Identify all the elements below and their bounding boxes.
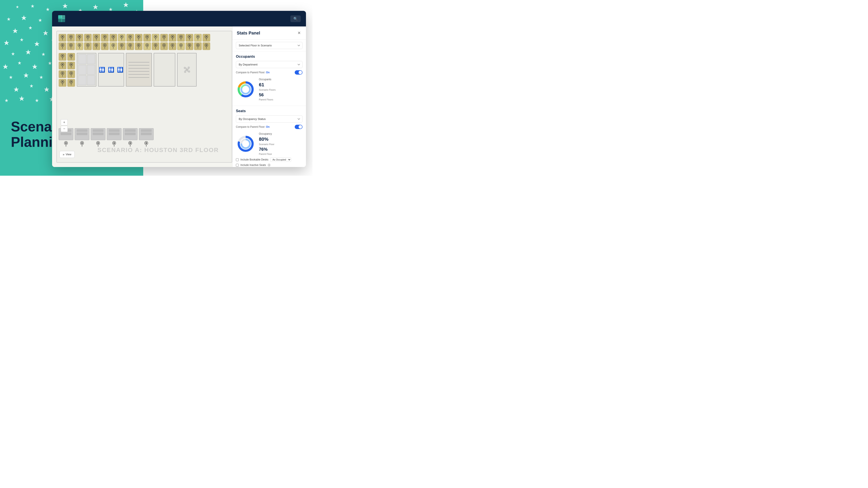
- desk-icon: [92, 34, 100, 42]
- occupants-label: Occupants: [259, 77, 276, 81]
- svg-point-42: [163, 36, 165, 37]
- desk-icon: [135, 42, 143, 50]
- desk-icon: [203, 34, 210, 42]
- desk-icon: [143, 42, 151, 50]
- svg-point-30: [129, 36, 131, 37]
- stats-panel: Stats Panel ✕ Selected Floor in Scenario…: [232, 27, 306, 167]
- desk-pin: [111, 140, 117, 147]
- svg-point-6: [62, 36, 63, 37]
- main-content: 🚻 🚻 🚻: [52, 27, 306, 167]
- fan-icon: [181, 64, 193, 76]
- bookable-desks-option-dropdown[interactable]: As Occupied: [270, 158, 291, 162]
- stats-panel-title: Stats Panel: [237, 31, 297, 36]
- desk-icon: [59, 79, 66, 87]
- svg-point-136: [186, 69, 188, 71]
- svg-point-142: [97, 142, 99, 144]
- scenario-count: 61 Scenario Floors: [259, 82, 276, 92]
- desk-icon: [135, 34, 143, 42]
- svg-point-48: [180, 36, 182, 37]
- svg-point-146: [129, 142, 131, 144]
- seats-by-dropdown[interactable]: By Occupancy Status: [236, 116, 303, 123]
- occupants-section-title: Occupants: [236, 55, 303, 59]
- occupants-section: Occupants By Department Compare to Paren…: [232, 52, 306, 106]
- desk-icon: [177, 42, 185, 50]
- svg-point-148: [146, 142, 147, 144]
- bottom-desk-group: [91, 128, 105, 147]
- zoom-out-button[interactable]: −: [61, 126, 68, 132]
- close-button[interactable]: ✕: [297, 30, 302, 36]
- scenario-label: SCENARIO A: HOUSTON 3RD FLOOR: [97, 147, 219, 154]
- svg-point-51: [189, 36, 190, 37]
- svg-point-120: [62, 64, 63, 65]
- svg-point-135: [70, 81, 72, 83]
- search-bar[interactable]: 🔍: [290, 15, 301, 22]
- desk-icon: [75, 42, 83, 50]
- svg-point-69: [87, 44, 89, 46]
- svg-point-90: [147, 44, 148, 46]
- desk-icon: [67, 53, 75, 61]
- svg-point-105: [189, 44, 190, 46]
- seats-donut-chart: [236, 134, 255, 154]
- svg-point-159: [243, 141, 249, 147]
- desk-icon: [194, 34, 202, 42]
- svg-point-36: [147, 36, 148, 37]
- search-icon: 🔍: [293, 17, 298, 21]
- svg-point-54: [197, 36, 198, 37]
- desk-icon: [101, 34, 109, 42]
- svg-point-27: [121, 36, 122, 37]
- svg-point-99: [172, 44, 173, 46]
- scenario-pct: 80% Scenario Floor: [259, 136, 275, 146]
- include-bookable-desks-row: Include Bookable Desks As Occupied: [236, 158, 303, 162]
- svg-point-15: [87, 36, 89, 37]
- desk-icon: [67, 70, 75, 78]
- svg-point-138: [65, 142, 67, 144]
- desk-icon: [160, 34, 168, 42]
- svg-point-102: [180, 44, 182, 46]
- svg-point-87: [138, 44, 139, 46]
- person-icon: 🚻: [108, 67, 114, 73]
- desk-pin: [63, 140, 69, 147]
- svg-point-140: [82, 142, 83, 144]
- desk-icon: [59, 53, 66, 61]
- view-button[interactable]: » View: [59, 151, 75, 158]
- desk-icon: [126, 42, 134, 50]
- floor-plan-container: 🚻 🚻 🚻: [56, 31, 232, 163]
- desk-icon: [152, 34, 159, 42]
- include-bookable-desks-checkbox[interactable]: [236, 158, 239, 161]
- desk-pin: [143, 140, 150, 147]
- svg-point-21: [104, 36, 105, 37]
- include-inactive-seats-row: Include Inactive Seats i: [236, 164, 303, 167]
- zoom-in-button[interactable]: +: [61, 119, 68, 125]
- floor-dropdown[interactable]: Selected Floor in Scenario: [236, 42, 303, 49]
- occupants-chart-row: Occupants 61 Scenario Floors 56 Parent F…: [236, 77, 303, 101]
- svg-point-63: [70, 44, 72, 46]
- svg-point-132: [62, 81, 63, 83]
- desk-icon: [67, 42, 75, 50]
- desk-icon: [59, 70, 66, 78]
- desk-icon: [126, 34, 134, 42]
- desk-icon: [59, 34, 66, 42]
- desk-icon: [186, 42, 193, 50]
- occupants-by-dropdown[interactable]: By Department: [236, 61, 303, 68]
- desk-pin: [127, 140, 133, 147]
- svg-point-72: [96, 44, 97, 46]
- svg-point-60: [62, 44, 63, 46]
- svg-point-96: [163, 44, 165, 46]
- person-icon: 🚻: [117, 67, 123, 73]
- desk-icon: [110, 42, 117, 50]
- svg-rect-3: [61, 18, 65, 22]
- include-inactive-seats-checkbox[interactable]: [236, 164, 239, 167]
- svg-point-75: [104, 44, 105, 46]
- svg-point-18: [96, 36, 97, 37]
- occupants-compare-toggle[interactable]: [295, 70, 303, 75]
- zoom-controls: + −: [61, 119, 68, 132]
- desk-icon: [168, 42, 177, 50]
- desk-icon: [160, 42, 168, 50]
- svg-point-84: [129, 44, 131, 46]
- svg-point-123: [70, 64, 72, 65]
- seats-compare-toggle[interactable]: [295, 125, 303, 129]
- svg-point-12: [79, 36, 80, 37]
- desk-icon: [152, 42, 159, 50]
- desk-icon: [143, 34, 151, 42]
- svg-point-117: [70, 55, 72, 56]
